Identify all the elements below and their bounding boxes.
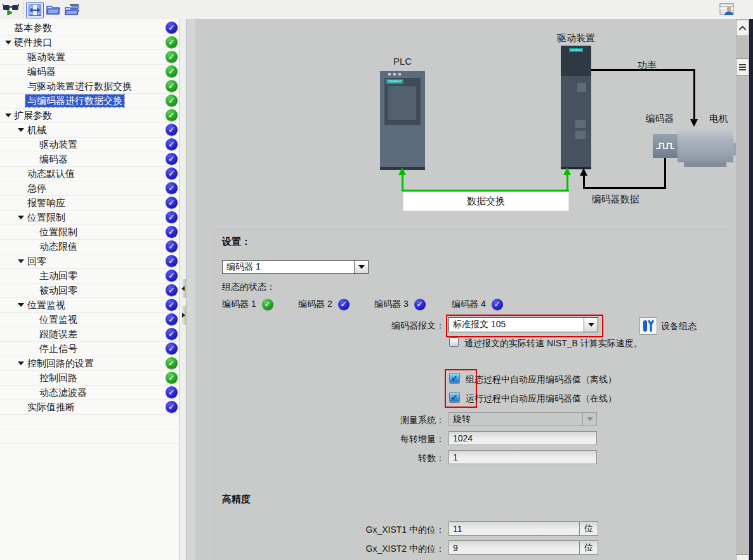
tree-item-label: 回零 [25, 255, 48, 268]
tree-item[interactable]: 报警响应✓ [0, 196, 180, 211]
apply-online-checkbox[interactable]: ✓ [449, 392, 460, 403]
siemens-badge: SIEMENS [386, 79, 403, 84]
gx-xist1-input[interactable]: 11 位 [449, 521, 598, 536]
expander-arrow-icon[interactable] [18, 259, 24, 263]
expander-arrow-icon[interactable] [18, 361, 24, 365]
tree-item-label: 控制回路的设置 [25, 357, 96, 370]
data-exchange-arrow-icon [563, 167, 571, 175]
tree-item[interactable]: 扩展参数✓ [0, 108, 180, 123]
status-check-icon: ✓ [166, 284, 178, 296]
vertical-scrollbar-track[interactable] [736, 19, 749, 560]
expander-arrow-icon[interactable] [18, 216, 24, 219]
status-check-icon: ✓ [414, 299, 426, 310]
panel-splitter[interactable] [180, 19, 187, 560]
encoder-label: 编码器 [638, 113, 682, 125]
status-check-icon: ✓ [166, 36, 178, 48]
tree-item[interactable]: 位置限制✓ [0, 225, 180, 240]
encoder-device-image [653, 134, 678, 158]
tree-item[interactable]: 编码器✓ [0, 152, 180, 167]
pulse-icon [655, 140, 676, 152]
tree-item[interactable]: 硬件接口✓ [0, 36, 180, 50]
user-window-button[interactable] [719, 2, 735, 17]
tree-item[interactable]: 驱动装置✓ [0, 138, 180, 152]
encoder-status-label: 编码器 4 [452, 299, 486, 310]
tree-item[interactable]: 主动回零✓ [0, 269, 180, 283]
gx-xist2-unit: 位 [579, 541, 598, 554]
group-border [214, 230, 728, 230]
tree-item[interactable]: 与驱动装置进行数据交换✓ [0, 79, 180, 94]
dropdown-button[interactable] [354, 261, 368, 273]
telegram-select[interactable]: 标准报文 105 [449, 317, 598, 332]
glasses-icon [3, 2, 19, 17]
encoder-status-label: 编码器 3 [374, 299, 409, 310]
nist-checkbox[interactable] [449, 337, 459, 347]
monitoring-glasses-icon[interactable] [3, 2, 19, 17]
dropdown-button [582, 413, 596, 426]
encoder-select[interactable]: 编码器 1 [222, 260, 369, 274]
splitter-handle[interactable] [180, 279, 186, 298]
folder-levels-button[interactable] [64, 2, 81, 17]
tree-item[interactable]: 急停✓ [0, 181, 180, 196]
tree-item[interactable]: 编码器✓ [0, 65, 180, 79]
expander-arrow-icon[interactable] [5, 114, 11, 117]
status-check-icon: ✓ [166, 372, 178, 384]
tree-item[interactable]: 被动回零✓ [0, 283, 180, 298]
dropdown-button[interactable] [584, 318, 598, 332]
split-view-button[interactable] [26, 2, 44, 18]
encoder-data-line [583, 187, 666, 189]
tree-item-label: 被动回零 [37, 284, 79, 297]
apply-offline-checkbox[interactable]: ✓ [449, 373, 460, 384]
tree-item[interactable]: 驱动装置✓ [0, 50, 180, 65]
tree-item-label: 位置限制 [37, 226, 79, 238]
expand-right-icon[interactable] [182, 313, 185, 318]
increments-input[interactable]: 1024 [449, 431, 597, 445]
device-config-label[interactable]: 设备组态 [661, 321, 697, 332]
revolutions-input[interactable]: 1 [449, 450, 597, 464]
expander-arrow-icon[interactable] [18, 128, 24, 132]
tree-item[interactable]: 与编码器进行数据交换✓ [0, 94, 180, 108]
siemens-badge: SIEMENS [569, 48, 583, 52]
tree-item-label: 实际值推断 [25, 401, 77, 413]
collapse-left-icon[interactable] [181, 286, 185, 291]
toolbar [0, 0, 753, 20]
tree-item[interactable]: 位置限制✓ [0, 211, 180, 225]
tree-item[interactable]: 动态滤波器✓ [0, 386, 180, 400]
pane-menu-button[interactable] [736, 58, 749, 75]
tree-item[interactable]: 控制回路的设置✓ [0, 356, 180, 371]
apply-online-label: 运行过程中自动应用编码器值（在线） [466, 393, 617, 405]
device-config-button[interactable] [639, 317, 657, 335]
gx-xist2-input[interactable]: 9 位 [449, 540, 598, 555]
fine-resolution-title: 高精度 [222, 493, 251, 505]
splitter-handle[interactable] [180, 306, 186, 325]
status-check-icon: ✓ [166, 342, 178, 355]
split-view-icon [29, 4, 41, 16]
status-check-icon: ✓ [166, 124, 178, 136]
tree-empty-row [0, 415, 180, 429]
tree-item[interactable]: 基本参数✓ [0, 21, 180, 36]
measuring-system-label: 测量系统： [343, 415, 445, 426]
tree-item[interactable]: 动态默认值✓ [0, 167, 180, 181]
open-folder-button[interactable] [45, 2, 62, 17]
scroll-up-button[interactable] [736, 20, 749, 36]
tree-item-label: 报警响应 [25, 197, 67, 209]
status-check-icon: ✓ [166, 94, 178, 107]
tree-item[interactable]: 控制回路✓ [0, 371, 180, 386]
expander-arrow-icon[interactable] [18, 303, 24, 307]
tree-item[interactable]: 回零✓ [0, 254, 180, 269]
tree-item[interactable]: 实际值推断✓ [0, 400, 180, 415]
tree-item[interactable]: 位置监视✓ [0, 313, 180, 327]
scroll-down-button[interactable] [736, 554, 749, 560]
status-check-icon: ✓ [166, 211, 178, 223]
chevron-up-icon [738, 25, 747, 30]
tree-item-label: 编码器 [37, 153, 70, 166]
telegram-label: 编码器报文： [343, 320, 445, 332]
expander-arrow-icon[interactable] [5, 41, 11, 44]
tree-item[interactable]: 跟随误差✓ [0, 327, 180, 342]
tree-item[interactable]: 机械✓ [0, 123, 180, 138]
status-check-icon: ✓ [166, 270, 178, 282]
tree-item[interactable]: 动态限值✓ [0, 240, 180, 254]
data-exchange-line [566, 175, 568, 192]
status-check-icon: ✓ [492, 299, 503, 310]
tree-item[interactable]: 位置监视✓ [0, 298, 180, 313]
tree-item[interactable]: 停止信号✓ [0, 342, 180, 356]
